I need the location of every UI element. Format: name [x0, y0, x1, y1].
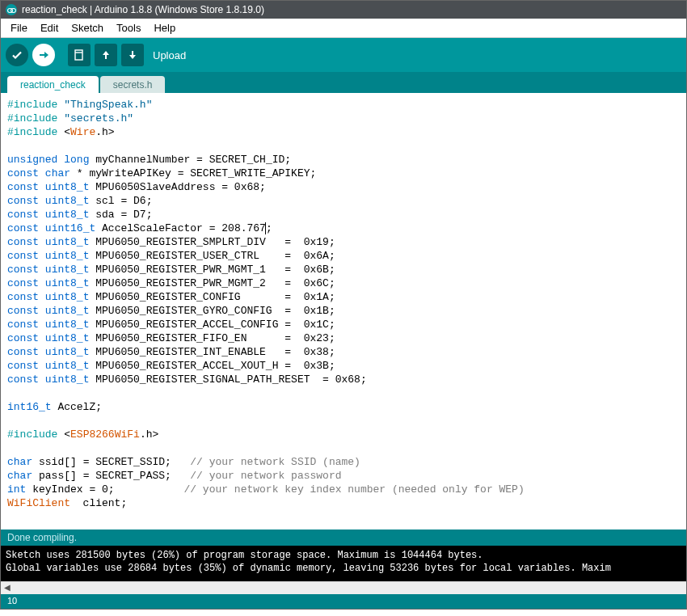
upload-button[interactable]: [32, 44, 55, 66]
code-token: uint8_t: [45, 373, 90, 386]
tab-reaction-check[interactable]: reaction_check: [7, 76, 99, 93]
code-token: .h>: [140, 428, 158, 441]
horizontal-scrollbar[interactable]: ◀: [1, 581, 686, 594]
code-token: #include: [7, 99, 57, 111]
code-token: MPU6050_REGISTER_INT_ENABLE = 0x38;: [89, 346, 335, 358]
arrow-right-icon: [37, 49, 50, 61]
code-token: MPU6050_REGISTER_SIGNAL_PATH_RESET = 0x6…: [89, 373, 366, 386]
code-token: AccelScaleFactor = 208.767: [95, 222, 266, 234]
code-token: sda = D7;: [89, 209, 152, 221]
new-file-icon: [73, 49, 86, 61]
code-token: client;: [70, 497, 127, 509]
code-token: ssid[] = SECRET_SSID;: [32, 456, 190, 468]
code-token: const: [7, 332, 39, 344]
tab-secrets-h[interactable]: secrets.h: [100, 76, 166, 93]
code-editor[interactable]: #include "ThingSpeak.h" #include "secret…: [1, 93, 686, 530]
code-token: uint8_t: [45, 264, 90, 276]
code-token: // your network password: [190, 470, 341, 482]
tabbar: reaction_check secrets.h: [1, 72, 686, 93]
code-token: uint8_t: [45, 346, 90, 358]
code-token: <: [64, 428, 70, 441]
arrow-down-icon: [126, 49, 139, 61]
menu-tools[interactable]: Tools: [110, 20, 147, 36]
code-token: const: [7, 236, 39, 248]
scroll-left-arrow-icon[interactable]: ◀: [1, 582, 14, 595]
titlebar: reaction_check | Arduino 1.8.8 (Windows …: [1, 1, 686, 19]
code-token: ;: [266, 222, 272, 234]
code-token: MPU6050_REGISTER_GYRO_CONFIG = 0x1B;: [89, 305, 335, 317]
code-token: MPU6050_REGISTER_PWR_MGMT_2 = 0x6C;: [89, 277, 335, 289]
code-token: const: [7, 277, 39, 289]
menubar: File Edit Sketch Tools Help: [1, 19, 686, 38]
code-token: uint8_t: [45, 181, 90, 193]
code-token: MPU6050_REGISTER_SMPLRT_DIV = 0x19;: [89, 236, 335, 248]
code-token: uint16_t: [45, 222, 95, 234]
code-token: * myWriteAPIKey = SECRET_WRITE_APIKEY;: [70, 167, 316, 179]
verify-button[interactable]: [6, 44, 28, 66]
save-sketch-button[interactable]: [121, 44, 144, 66]
code-token: MPU6050_REGISTER_FIFO_EN = 0x23;: [89, 332, 335, 344]
code-token: const: [7, 305, 39, 317]
code-token: MPU6050SlaveAddress = 0x68;: [89, 181, 265, 193]
code-token: long: [64, 154, 89, 166]
code-token: AccelZ;: [52, 401, 102, 413]
code-token: const: [7, 264, 39, 276]
window-title: reaction_check | Arduino 1.8.8 (Windows …: [22, 4, 264, 15]
open-sketch-button[interactable]: [95, 44, 117, 66]
output-console[interactable]: Sketch uses 281500 bytes (26%) of progra…: [1, 546, 686, 581]
code-token: int: [7, 483, 26, 496]
code-token: uint8_t: [45, 319, 90, 331]
code-token: keyIndex = 0;: [26, 483, 183, 496]
code-token: MPU6050_REGISTER_ACCEL_CONFIG = 0x1C;: [89, 319, 335, 331]
code-token: const: [7, 195, 39, 207]
code-token: myChannelNumber = SECRET_CH_ID;: [89, 154, 291, 166]
code-token: const: [7, 222, 39, 234]
arduino-logo-icon: [6, 4, 17, 15]
console-line: Global variables use 28684 bytes (35%) o…: [6, 563, 611, 574]
code-token: "ThingSpeak.h": [64, 99, 152, 111]
status-bar: Done compiling.: [1, 530, 686, 546]
code-token: uint8_t: [45, 291, 90, 303]
code-token: const: [7, 319, 39, 331]
status-text: Done compiling.: [7, 532, 77, 543]
app-window: reaction_check | Arduino 1.8.8 (Windows …: [0, 0, 687, 610]
menu-file[interactable]: File: [4, 20, 34, 36]
code-token: #include: [7, 112, 57, 124]
code-token: MPU6050_REGISTER_CONFIG = 0x1A;: [89, 291, 335, 303]
code-token: #include: [7, 428, 57, 441]
code-token: scl = D6;: [89, 195, 152, 207]
code-token: "secrets.h": [64, 112, 133, 124]
code-token: uint8_t: [45, 195, 90, 207]
footer-bar: 10: [1, 594, 686, 609]
menu-edit[interactable]: Edit: [34, 20, 65, 36]
menu-sketch[interactable]: Sketch: [65, 20, 110, 36]
code-token: MPU6050_REGISTER_ACCEL_XOUT_H = 0x3B;: [89, 360, 335, 372]
arrow-up-icon: [99, 49, 112, 61]
code-token: char: [45, 167, 70, 179]
code-token: WiFiClient: [7, 497, 70, 509]
code-token: .h>: [95, 126, 114, 138]
code-token: uint8_t: [45, 360, 90, 372]
check-icon: [11, 49, 23, 61]
code-token: uint8_t: [45, 332, 90, 344]
code-token: int16_t: [7, 401, 52, 413]
code-token: // your network SSID (name): [190, 456, 360, 468]
code-token: Wire: [70, 126, 95, 138]
code-token: const: [7, 250, 39, 262]
console-line: Sketch uses 281500 bytes (26%) of progra…: [6, 550, 483, 561]
code-token: <: [64, 126, 70, 138]
code-token: MPU6050_REGISTER_USER_CTRL = 0x6A;: [89, 250, 335, 262]
code-token: const: [7, 360, 39, 372]
code-token: char: [7, 456, 32, 468]
menu-help[interactable]: Help: [147, 20, 182, 36]
code-token: unsigned: [7, 154, 57, 166]
code-token: // your network key index number (needed…: [183, 483, 524, 496]
code-token: #include: [7, 126, 57, 138]
code-token: const: [7, 291, 39, 303]
toolbar-action-label: Upload: [153, 49, 186, 61]
code-token: MPU6050_REGISTER_PWR_MGMT_1 = 0x6B;: [89, 264, 335, 276]
code-token: uint8_t: [45, 209, 90, 221]
new-sketch-button[interactable]: [68, 44, 91, 66]
code-token: pass[] = SECRET_PASS;: [32, 470, 190, 482]
code-token: uint8_t: [45, 250, 90, 262]
